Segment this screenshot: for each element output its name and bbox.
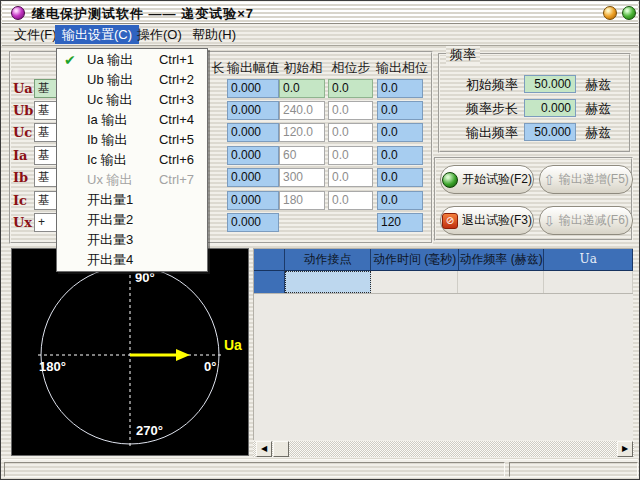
exit-test-button[interactable]: ⊘ 退出试验(F3) <box>440 206 534 235</box>
cell-uc-initial-phase[interactable]: 120.0 <box>279 123 325 142</box>
result-header-rowindex <box>254 249 285 270</box>
menu-item-ic-output[interactable]: Ic 输出 Ctrl+6 <box>57 150 207 170</box>
menu-item-label: Ua 输出 <box>87 52 133 67</box>
channel-label-ib: Ib <box>13 170 35 185</box>
cell-ic-phase-step[interactable]: 0.0 <box>328 191 373 210</box>
menu-item-ib-output[interactable]: Ib 输出 Ctrl+5 <box>57 130 207 150</box>
output-increase-button[interactable]: ⇧ 输出递增(F5) <box>539 165 633 194</box>
output-settings-menu: ✔ Ua 输出 Ctrl+1 Ub 输出 Ctrl+2 Uc 输出 Ctrl+3… <box>56 48 208 272</box>
cell-ub-initial-phase[interactable]: 240.0 <box>279 101 325 120</box>
menu-item-label: 开出量2 <box>87 212 133 227</box>
menu-item-switch-out-4[interactable]: 开出量4 <box>57 250 207 270</box>
ua-vector-label: Ua <box>224 337 242 353</box>
menu-item-ux-output[interactable]: Ux 输出 Ctrl+7 <box>57 170 207 190</box>
scroll-thumb[interactable] <box>273 441 289 457</box>
result-header-action-frequency[interactable]: 动作频率 (赫兹) <box>459 249 545 270</box>
menu-item-label: Ux 输出 <box>87 172 133 187</box>
menu-item-label: 开出量4 <box>87 252 133 267</box>
initial-frequency-field[interactable]: 50.000 <box>524 75 576 93</box>
minimize-button[interactable] <box>603 6 617 20</box>
status-panel-right <box>509 462 638 477</box>
cell-ib-output-amplitude: 0.000 <box>227 168 279 187</box>
cell-uc-phase-step[interactable]: 0.0 <box>328 123 373 142</box>
result-row-header[interactable] <box>254 271 285 293</box>
result-header-action-contact[interactable]: 动作接点 <box>285 249 372 270</box>
status-bar <box>2 459 638 480</box>
result-table-hscrollbar[interactable]: ◀ ▶ <box>253 441 634 457</box>
output-increase-label: 输出递增(F5) <box>559 171 629 188</box>
window-title: 继电保护测试软件 —— 递变试验×7 <box>32 5 254 23</box>
check-icon: ✔ <box>64 50 76 70</box>
app-icon[interactable] <box>11 6 25 20</box>
channel-label-ua: Ua <box>13 81 35 96</box>
menu-shortcut: Ctrl+4 <box>159 110 194 130</box>
scroll-left-button[interactable]: ◀ <box>256 441 272 457</box>
menu-shortcut: Ctrl+1 <box>159 50 194 70</box>
grid-header-output-amplitude: 输出幅值 <box>227 59 279 74</box>
menu-shortcut: Ctrl+3 <box>159 90 194 110</box>
result-cell-ua[interactable] <box>544 271 633 293</box>
scroll-right-button[interactable]: ▶ <box>617 441 633 457</box>
menu-item-ub-output[interactable]: Ub 输出 Ctrl+2 <box>57 70 207 90</box>
menu-item-switch-out-3[interactable]: 开出量3 <box>57 230 207 250</box>
menu-item-label: Ib 输出 <box>87 132 127 147</box>
start-icon <box>442 172 458 188</box>
menu-shortcut: Ctrl+7 <box>159 170 194 190</box>
result-cell-action-time[interactable] <box>371 271 459 293</box>
menu-output-settings[interactable]: 输出设置(C) <box>55 25 139 44</box>
cell-ic-initial-phase[interactable]: 180 <box>279 191 325 210</box>
menu-item-label: 开出量3 <box>87 232 133 247</box>
cell-uc-output-phase: 0.0 <box>377 123 423 142</box>
menu-item-uc-output[interactable]: Uc 输出 Ctrl+3 <box>57 90 207 110</box>
result-header-ua[interactable]: Ua <box>544 249 633 270</box>
initial-frequency-unit: 赫兹 <box>585 76 611 94</box>
cell-ua-output-amplitude: 0.000 <box>227 79 279 98</box>
result-table-row <box>254 271 633 294</box>
cell-ux-output-phase: 120 <box>377 213 423 232</box>
frequency-group: 频率 初始频率 50.000 赫兹 频率步长 0.000 赫兹 输出频率 50.… <box>438 53 631 153</box>
start-test-button[interactable]: 开始试验(F2) <box>440 165 534 194</box>
app-window: 继电保护测试软件 —— 递变试验×7 文件(F) 输出设置(C) 操作(O) 帮… <box>0 0 640 480</box>
cell-ia-phase-step[interactable]: 0.0 <box>328 146 373 165</box>
cell-ua-initial-phase[interactable]: 0.0 <box>279 79 325 98</box>
menu-shortcut: Ctrl+6 <box>159 150 194 170</box>
title-bar: 继电保护测试软件 —— 递变试验×7 <box>2 2 638 24</box>
channel-label-ux: Ux <box>13 215 35 230</box>
cell-ia-output-amplitude: 0.000 <box>227 146 279 165</box>
angle-label-180: 180° <box>39 359 66 374</box>
frequency-step-unit: 赫兹 <box>585 100 611 118</box>
menu-item-ua-output[interactable]: ✔ Ua 输出 Ctrl+1 <box>57 50 207 70</box>
phasor-diagram: 90° 180° 0° 270° Ua <box>11 248 249 456</box>
channel-label-ic: Ic <box>13 193 35 208</box>
cell-ua-phase-step[interactable]: 0.0 <box>328 79 373 98</box>
cell-ia-initial-phase[interactable]: 60 <box>279 146 325 165</box>
close-button[interactable] <box>622 6 636 20</box>
menu-item-ia-output[interactable]: Ia 输出 Ctrl+4 <box>57 110 207 130</box>
output-decrease-button[interactable]: ⇩ 输出递减(F6) <box>539 206 633 235</box>
output-frequency-field: 50.000 <box>524 123 576 141</box>
up-arrow-icon: ⇧ <box>543 173 555 187</box>
menu-item-label: Ia 输出 <box>87 112 127 127</box>
frequency-step-field[interactable]: 0.000 <box>524 99 576 117</box>
result-header-action-time[interactable]: 动作时间 (毫秒) <box>371 249 459 270</box>
menu-item-label: 开出量1 <box>87 192 133 207</box>
angle-label-0: 0° <box>204 359 216 374</box>
cell-ub-phase-step[interactable]: 0.0 <box>328 101 373 120</box>
menu-item-switch-out-1[interactable]: 开出量1 <box>57 190 207 210</box>
cell-uc-output-amplitude: 0.000 <box>227 123 279 142</box>
output-frequency-label: 输出频率 <box>462 124 518 142</box>
frequency-step-label: 频率步长 <box>462 100 518 118</box>
menu-help[interactable]: 帮助(H) <box>185 25 243 44</box>
action-button-panel: 开始试验(F2) ⇧ 输出递增(F5) ⊘ 退出试验(F3) ⇩ 输出递减(F6… <box>434 157 633 241</box>
cell-ib-initial-phase[interactable]: 300 <box>279 168 325 187</box>
cell-ic-output-phase: 0.0 <box>377 191 423 210</box>
menu-operation[interactable]: 操作(O) <box>130 25 189 44</box>
grid-header-output-phase: 输出相位 <box>376 59 428 74</box>
menu-item-switch-out-2[interactable]: 开出量2 <box>57 210 207 230</box>
cell-ia-output-phase: 0.0 <box>377 146 423 165</box>
cell-ib-phase-step[interactable]: 0.0 <box>328 168 373 187</box>
result-cell-selected[interactable] <box>285 271 371 293</box>
status-panel-left <box>4 462 505 477</box>
menu-shortcut: Ctrl+5 <box>159 130 194 150</box>
result-cell-action-frequency[interactable] <box>458 271 544 293</box>
